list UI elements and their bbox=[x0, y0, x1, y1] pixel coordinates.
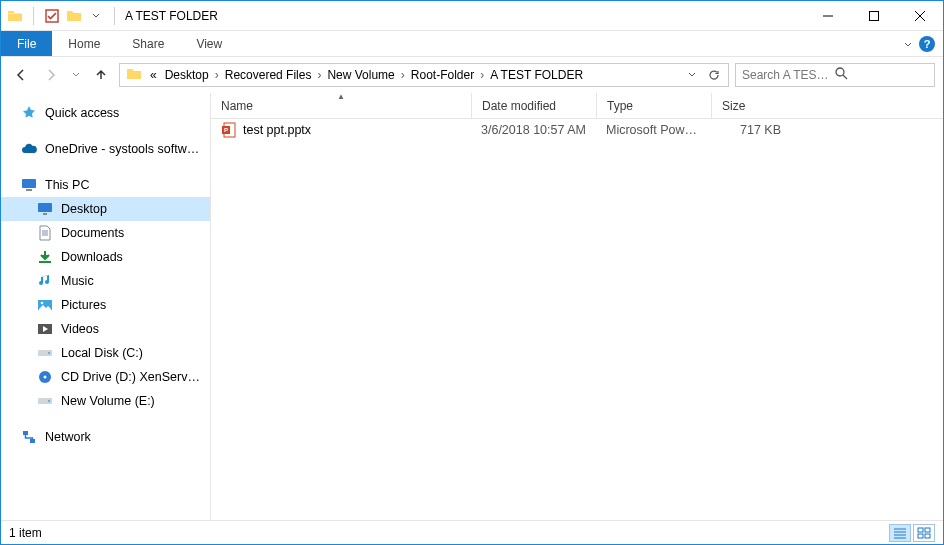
breadcrumb-prefix[interactable]: « bbox=[146, 68, 161, 82]
sidebar-item-network[interactable]: Network bbox=[1, 425, 210, 449]
tab-home[interactable]: Home bbox=[52, 31, 116, 56]
svg-rect-6 bbox=[43, 213, 47, 215]
sidebar-item-cd-drive-d[interactable]: CD Drive (D:) XenServer Tools bbox=[1, 365, 210, 389]
breadcrumb[interactable]: Recovered Files bbox=[221, 68, 316, 82]
sidebar-item-label: Network bbox=[45, 430, 91, 444]
properties-icon[interactable] bbox=[44, 8, 60, 24]
tab-share[interactable]: Share bbox=[116, 31, 180, 56]
cd-icon bbox=[37, 369, 53, 385]
column-header-date[interactable]: Date modified bbox=[471, 93, 596, 118]
sidebar-item-local-disk-c[interactable]: Local Disk (C:) bbox=[1, 341, 210, 365]
desktop-icon bbox=[37, 201, 53, 217]
separator bbox=[33, 7, 34, 25]
chevron-right-icon[interactable]: › bbox=[315, 68, 323, 82]
svg-point-12 bbox=[48, 352, 50, 354]
sidebar-item-label: Pictures bbox=[61, 298, 106, 312]
tab-view[interactable]: View bbox=[180, 31, 238, 56]
navigation-pane: Quick access OneDrive - systools softwar… bbox=[1, 93, 211, 520]
drive-icon bbox=[37, 345, 53, 361]
svg-rect-5 bbox=[38, 203, 52, 212]
sidebar-item-documents[interactable]: Documents bbox=[1, 221, 210, 245]
sidebar-item-label: OneDrive - systools software bbox=[45, 142, 204, 156]
back-button[interactable] bbox=[9, 63, 33, 87]
file-row[interactable]: P test ppt.pptx 3/6/2018 10:57 AM Micros… bbox=[211, 119, 943, 141]
forward-button[interactable] bbox=[39, 63, 63, 87]
folder-icon bbox=[126, 66, 142, 85]
address-bar[interactable]: « Desktop › Recovered Files › New Volume… bbox=[119, 63, 729, 87]
sidebar-item-label: This PC bbox=[45, 178, 89, 192]
window-title: A TEST FOLDER bbox=[125, 9, 218, 23]
status-text: 1 item bbox=[9, 526, 42, 540]
downloads-icon bbox=[37, 249, 53, 265]
navbar: « Desktop › Recovered Files › New Volume… bbox=[1, 57, 943, 93]
sidebar-item-pictures[interactable]: Pictures bbox=[1, 293, 210, 317]
ribbon: File Home Share View ? bbox=[1, 31, 943, 57]
sidebar-item-new-volume-e[interactable]: New Volume (E:) bbox=[1, 389, 210, 413]
videos-icon bbox=[37, 321, 53, 337]
svg-rect-7 bbox=[39, 261, 51, 263]
svg-rect-17 bbox=[23, 431, 28, 435]
sidebar-item-quick-access[interactable]: Quick access bbox=[1, 101, 210, 125]
chevron-right-icon[interactable]: › bbox=[213, 68, 221, 82]
breadcrumb[interactable]: New Volume bbox=[323, 68, 398, 82]
quick-access-toolbar bbox=[1, 7, 119, 25]
network-icon bbox=[21, 429, 37, 445]
svg-rect-22 bbox=[918, 528, 923, 532]
chevron-right-icon[interactable]: › bbox=[478, 68, 486, 82]
sidebar-item-label: CD Drive (D:) XenServer Tools bbox=[61, 370, 204, 384]
file-date: 3/6/2018 10:57 AM bbox=[471, 123, 596, 137]
svg-rect-18 bbox=[30, 439, 35, 443]
cloud-icon bbox=[21, 141, 37, 157]
explorer-window: A TEST FOLDER File Home Share View ? bbox=[0, 0, 944, 545]
column-header-size[interactable]: Size bbox=[711, 93, 791, 118]
svg-point-16 bbox=[48, 400, 50, 402]
file-tab[interactable]: File bbox=[1, 31, 52, 56]
column-label: Name bbox=[221, 99, 253, 113]
search-icon bbox=[835, 67, 928, 83]
refresh-button[interactable] bbox=[704, 65, 724, 85]
close-button[interactable] bbox=[897, 1, 943, 31]
search-input[interactable]: Search A TEST FOLDER bbox=[735, 63, 935, 87]
column-label: Date modified bbox=[482, 99, 556, 113]
sidebar-item-downloads[interactable]: Downloads bbox=[1, 245, 210, 269]
sidebar-item-this-pc[interactable]: This PC bbox=[1, 173, 210, 197]
large-icons-view-button[interactable] bbox=[913, 524, 935, 542]
columns-header: ▲ Name Date modified Type Size bbox=[211, 93, 943, 119]
breadcrumb[interactable]: A TEST FOLDER bbox=[486, 68, 587, 82]
file-list: P test ppt.pptx 3/6/2018 10:57 AM Micros… bbox=[211, 119, 943, 520]
svg-point-14 bbox=[44, 376, 47, 379]
maximize-button[interactable] bbox=[851, 1, 897, 31]
previous-locations-button[interactable] bbox=[682, 65, 702, 85]
svg-rect-24 bbox=[918, 534, 923, 538]
powerpoint-icon: P bbox=[221, 122, 237, 138]
column-header-name[interactable]: ▲ Name bbox=[211, 93, 471, 118]
sidebar-item-onedrive[interactable]: OneDrive - systools software bbox=[1, 137, 210, 161]
sidebar-item-music[interactable]: Music bbox=[1, 269, 210, 293]
column-label: Size bbox=[722, 99, 745, 113]
svg-point-2 bbox=[836, 68, 844, 76]
details-view-button[interactable] bbox=[889, 524, 911, 542]
help-icon[interactable]: ? bbox=[919, 36, 935, 52]
sidebar-item-label: Music bbox=[61, 274, 94, 288]
sidebar-item-label: Quick access bbox=[45, 106, 119, 120]
content-pane: ▲ Name Date modified Type Size P test pp… bbox=[211, 93, 943, 520]
breadcrumb[interactable]: Desktop bbox=[161, 68, 213, 82]
sidebar-item-videos[interactable]: Videos bbox=[1, 317, 210, 341]
sidebar-item-desktop[interactable]: Desktop bbox=[1, 197, 210, 221]
svg-rect-23 bbox=[925, 528, 930, 532]
column-label: Type bbox=[607, 99, 633, 113]
breadcrumb[interactable]: Root-Folder bbox=[407, 68, 478, 82]
column-header-type[interactable]: Type bbox=[596, 93, 711, 118]
chevron-down-icon[interactable] bbox=[903, 35, 913, 53]
documents-icon bbox=[37, 225, 53, 241]
recent-locations-button[interactable] bbox=[69, 63, 83, 87]
minimize-button[interactable] bbox=[805, 1, 851, 31]
up-button[interactable] bbox=[89, 63, 113, 87]
chevron-down-icon[interactable] bbox=[88, 8, 104, 24]
sidebar-item-label: Videos bbox=[61, 322, 99, 336]
chevron-right-icon[interactable]: › bbox=[399, 68, 407, 82]
folder-icon[interactable] bbox=[66, 8, 82, 24]
svg-rect-25 bbox=[925, 534, 930, 538]
file-name: test ppt.pptx bbox=[243, 123, 311, 137]
music-icon bbox=[37, 273, 53, 289]
